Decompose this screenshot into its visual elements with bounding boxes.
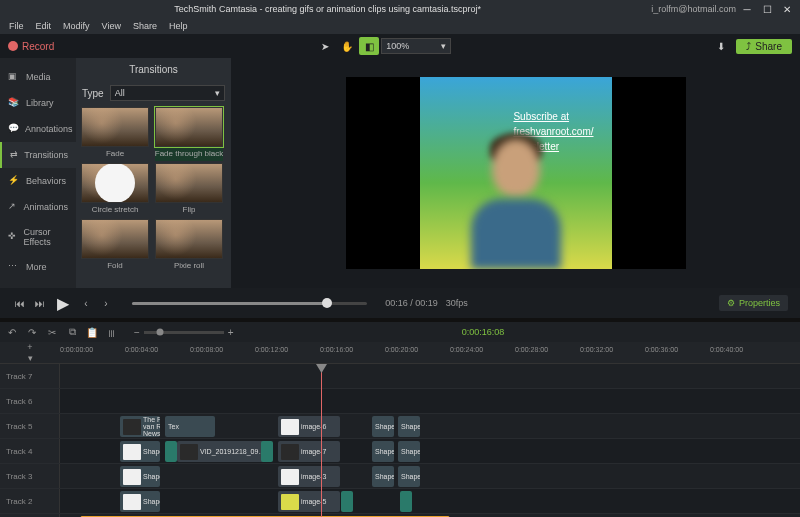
menu-edit[interactable]: Edit <box>31 20 57 32</box>
time-ruler[interactable]: 0:00:00:000:00:04:000:00:08:000:00:12:00… <box>60 342 800 363</box>
sidebar-item-behaviors[interactable]: ⚡Behaviors <box>0 168 76 194</box>
clip-label: Shape <box>375 473 394 480</box>
timeline-clip[interactable]: Shape <box>372 441 394 462</box>
timeline-clip[interactable]: image-5 <box>278 491 340 512</box>
scrubber[interactable] <box>132 302 367 305</box>
cut-icon[interactable]: ✂ <box>46 326 58 338</box>
clip-thumbnail <box>123 469 141 485</box>
transition-circle-stretch[interactable]: Circle stretch <box>80 163 150 217</box>
transition-flip[interactable]: Flip <box>154 163 224 217</box>
sidebar-item-animations[interactable]: ↗Animations <box>0 194 76 220</box>
timeline-clip[interactable]: Shape <box>372 466 394 487</box>
timeline-clip[interactable]: image-3 <box>278 466 340 487</box>
paste-icon[interactable]: 📋 <box>86 326 98 338</box>
transition-fold[interactable]: Fold <box>80 219 150 273</box>
media-icon: ▣ <box>8 71 20 83</box>
playhead[interactable] <box>321 364 322 517</box>
crop-tool-icon[interactable]: ◧ <box>359 37 379 55</box>
preview-canvas[interactable]: Subscribe atfreshvanroot.com/newsletter <box>346 77 686 269</box>
zoom-in-icon[interactable]: + <box>228 327 234 338</box>
step-forward-button[interactable]: › <box>98 295 114 311</box>
menu-file[interactable]: File <box>4 20 29 32</box>
timeline-clip[interactable] <box>341 491 353 512</box>
sidebar-item-label: Behaviors <box>26 176 66 186</box>
sidebar-item-annotations[interactable]: 💬Annotations <box>0 116 76 142</box>
sidebar-item-cursor-effects[interactable]: ✜Cursor Effects <box>0 220 76 254</box>
track-row[interactable]: Track 6 <box>0 389 800 414</box>
timeline-clip[interactable]: Shape <box>120 491 160 512</box>
ruler-tick: 0:00:08:00 <box>190 346 223 353</box>
share-button[interactable]: ⤴ Share <box>736 39 792 54</box>
timeline-clip[interactable]: The Fresh van Root Newsletter <box>120 416 160 437</box>
transition-label: Circle stretch <box>92 203 139 217</box>
pointer-tool-icon[interactable]: ➤ <box>315 37 335 55</box>
transition-label: Pixie roll <box>174 259 204 273</box>
menu-share[interactable]: Share <box>128 20 162 32</box>
timeline-clip[interactable] <box>261 441 273 462</box>
add-track-button[interactable]: + <box>27 342 32 352</box>
timeline-clip[interactable] <box>400 491 412 512</box>
prev-frame-button[interactable]: ⏮ <box>12 295 28 311</box>
transitions-icon: ⇄ <box>10 149 18 161</box>
timeline-clip[interactable]: Tex <box>165 416 215 437</box>
clip-thumbnail <box>123 419 141 435</box>
type-select[interactable]: All ▾ <box>110 85 225 101</box>
timeline-clip[interactable]: Shape <box>372 416 394 437</box>
undo-icon[interactable]: ↶ <box>6 326 18 338</box>
behaviors-icon: ⚡ <box>8 175 20 187</box>
scrub-thumb[interactable] <box>322 298 332 308</box>
clip-label: image-5 <box>301 498 326 505</box>
timeline-clip[interactable]: Shape <box>398 441 420 462</box>
time-display: 00:16 / 00:19 <box>385 298 438 308</box>
timeline-clip[interactable]: Shape <box>398 416 420 437</box>
track-row[interactable]: Track 2Shapeimage-5 <box>0 489 800 514</box>
step-back-button[interactable]: ‹ <box>78 295 94 311</box>
zoom-select[interactable]: 100%▾ <box>381 38 451 54</box>
properties-button[interactable]: ⚙ Properties <box>719 295 788 311</box>
timeline-clip[interactable]: Shape <box>398 466 420 487</box>
split-icon[interactable]: ⫼ <box>106 326 118 338</box>
play-button[interactable]: ▶ <box>52 292 74 314</box>
transition-fade[interactable]: Fade <box>80 107 150 161</box>
transition-label: Fade through black <box>155 147 224 161</box>
transition-fade-through-black[interactable]: Fade through black <box>154 107 224 161</box>
download-icon[interactable]: ⬇ <box>712 37 730 55</box>
maximize-button[interactable]: ☐ <box>758 1 776 17</box>
minimize-button[interactable]: ─ <box>738 1 756 17</box>
timeline-clip[interactable]: Shape <box>120 466 160 487</box>
ruler-tick: 0:00:00:00 <box>60 346 93 353</box>
track-row[interactable]: Track 4ShapeVID_20191218_09…image-7Shape… <box>0 439 800 464</box>
timeline-clip[interactable] <box>165 441 177 462</box>
cursor-effects-icon: ✜ <box>8 231 17 243</box>
clip-label: Shape <box>143 498 160 505</box>
zoom-value: 100% <box>386 41 409 51</box>
timeline-clip[interactable]: Shape <box>120 441 160 462</box>
sidebar-item-more[interactable]: ⋯More <box>0 254 76 280</box>
zoom-out-icon[interactable]: − <box>134 327 140 338</box>
track-options-button[interactable]: ▾ <box>28 353 33 363</box>
track-row[interactable]: Track 7 <box>0 364 800 389</box>
clip-label: Shape <box>143 448 160 455</box>
redo-icon[interactable]: ↷ <box>26 326 38 338</box>
sidebar-item-media[interactable]: ▣Media <box>0 64 76 90</box>
sidebar-item-label: Transitions <box>24 150 68 160</box>
clip-label: The Fresh van Root Newsletter <box>143 416 160 437</box>
timeline-clip[interactable]: image-7 <box>278 441 340 462</box>
record-button[interactable]: Record <box>8 41 54 52</box>
hand-tool-icon[interactable]: ✋ <box>337 37 357 55</box>
menu-modify[interactable]: Modify <box>58 20 95 32</box>
sidebar-item-transitions[interactable]: ⇄Transitions <box>0 142 76 168</box>
timeline-zoom-slider[interactable] <box>144 331 224 334</box>
track-row[interactable]: Track 3Shapeimage-3ShapeShape <box>0 464 800 489</box>
person-silhouette <box>466 139 566 269</box>
menu-help[interactable]: Help <box>164 20 193 32</box>
close-button[interactable]: ✕ <box>778 1 796 17</box>
menu-view[interactable]: View <box>97 20 126 32</box>
copy-icon[interactable]: ⧉ <box>66 326 78 338</box>
transition-pixie-roll[interactable]: Pixie roll <box>154 219 224 273</box>
sidebar-item-library[interactable]: 📚Library <box>0 90 76 116</box>
timeline-clip[interactable]: image-6 <box>278 416 340 437</box>
timeline-clip[interactable]: VID_20191218_09… <box>177 441 271 462</box>
track-row[interactable]: Track 5The Fresh van Root NewsletterTexi… <box>0 414 800 439</box>
next-frame-button[interactable]: ⏭ <box>32 295 48 311</box>
